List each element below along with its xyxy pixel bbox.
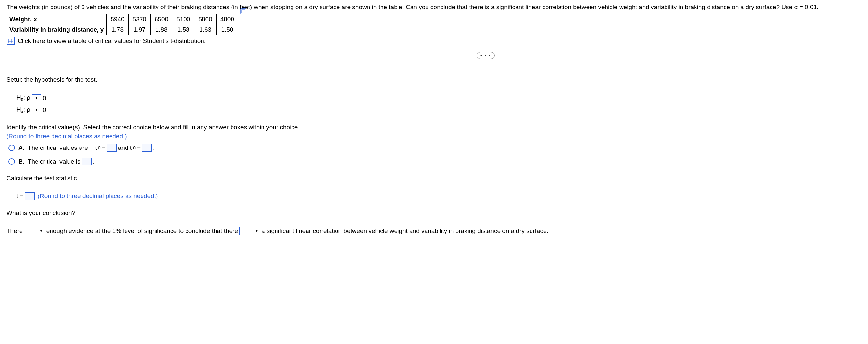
conclusion-text: enough evidence at the 1% level of signi… xyxy=(46,227,238,236)
table-cell: 5940 xyxy=(106,14,128,25)
row-header: Variability in braking distance, y xyxy=(7,25,106,35)
round-note: (Round to three decimal places as needed… xyxy=(38,192,158,201)
hypothesis-prompt: Setup the hypothesis for the test. xyxy=(6,75,862,84)
svg-rect-0 xyxy=(241,9,246,14)
table-row: Variability in braking distance, y 1.78 … xyxy=(7,25,238,35)
ellipsis-icon[interactable]: • • • xyxy=(477,52,494,59)
problem-statement: The weights (in pounds) of 6 vehicles an… xyxy=(6,3,862,12)
is-isnot-select[interactable]: ▼ xyxy=(24,227,45,235)
option-b-text: B. The critical value is . xyxy=(18,157,95,166)
ha-relation-select[interactable]: ▼ xyxy=(32,106,41,114)
svg-rect-2 xyxy=(8,38,13,43)
table-cell: 1.88 xyxy=(150,25,172,35)
round-note: (Round to three decimal places as needed… xyxy=(6,132,862,141)
table-cell: 5370 xyxy=(128,14,150,25)
table-cell: 1.58 xyxy=(173,25,194,35)
table-row: Weight, x 5940 5370 6500 5100 5860 4800 xyxy=(7,14,238,25)
zero-label: 0 xyxy=(43,106,46,115)
table-cell: 4800 xyxy=(216,14,238,25)
t-stat-input[interactable] xyxy=(25,192,35,200)
h0-relation-select[interactable]: ▼ xyxy=(32,94,41,102)
table-cell: 6500 xyxy=(150,14,172,25)
table-cell: 5100 xyxy=(173,14,194,25)
pos-t0-input[interactable] xyxy=(142,144,152,152)
t-distribution-link[interactable]: Click here to view a table of critical v… xyxy=(18,36,206,46)
section-separator: • • • xyxy=(6,55,862,56)
option-b-radio[interactable] xyxy=(8,158,15,165)
t-equals-label: t = xyxy=(16,192,24,201)
conclusion-prompt: What is your conclusion? xyxy=(6,208,862,218)
neg-t0-input[interactable] xyxy=(107,144,117,152)
expand-icon[interactable] xyxy=(240,8,246,14)
table-cell: 1.78 xyxy=(106,25,128,35)
option-a-radio[interactable] xyxy=(8,145,15,151)
table-icon[interactable] xyxy=(6,36,15,45)
is-isnot-select-2[interactable]: ▼ xyxy=(239,227,260,235)
conclusion-text: There xyxy=(6,227,23,236)
table-cell: 1.50 xyxy=(216,25,238,35)
table-cell: 5860 xyxy=(194,14,216,25)
row-header: Weight, x xyxy=(7,14,106,25)
table-cell: 1.97 xyxy=(128,25,150,35)
zero-label: 0 xyxy=(43,94,46,103)
option-a-text: A. The critical values are − t0 = and t0… xyxy=(18,143,155,152)
null-hypothesis-row: H0: ρ ▼ 0 xyxy=(16,93,862,103)
test-stat-prompt: Calculate the test statistic. xyxy=(6,174,862,183)
alt-hypothesis-row: Ha: ρ ▼ 0 xyxy=(16,105,862,115)
svg-rect-1 xyxy=(242,10,245,13)
table-cell: 1.63 xyxy=(194,25,216,35)
data-table: Weight, x 5940 5370 6500 5100 5860 4800 … xyxy=(6,14,238,35)
conclusion-text: a significant linear correlation between… xyxy=(261,227,549,236)
critical-value-prompt: Identify the critical value(s). Select t… xyxy=(6,123,862,132)
single-crit-input[interactable] xyxy=(82,157,92,166)
